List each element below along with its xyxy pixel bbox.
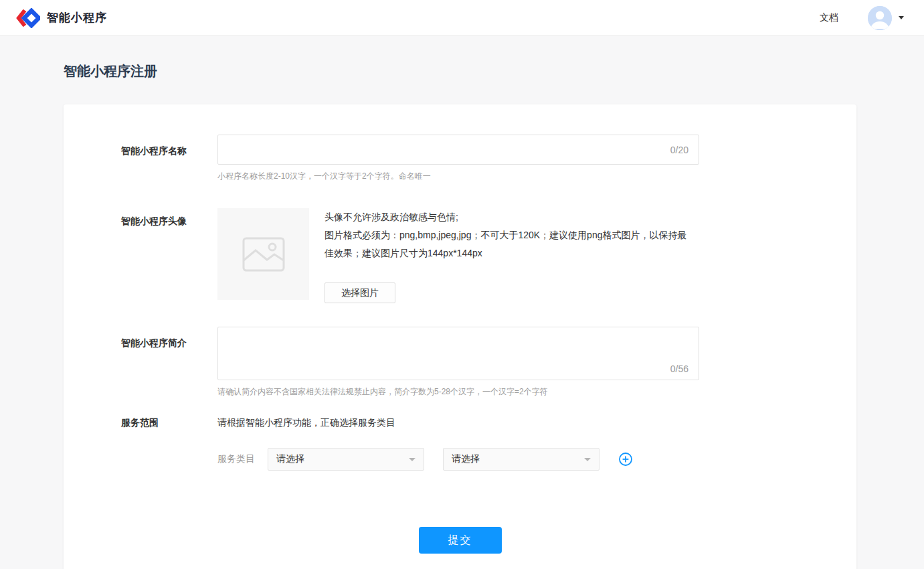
category-select-1-value: 请选择: [276, 453, 304, 465]
main-content: 智能小程序注册 智能小程序名称 0/20 小程序名称长度2-10汉字，一个汉字等…: [64, 36, 856, 569]
caret-down-icon: [584, 458, 591, 461]
name-input-wrap: 0/20: [217, 135, 699, 165]
service-category-label: 服务类目: [217, 453, 255, 465]
header-right: 文档: [820, 6, 904, 30]
avatar-label: 智能小程序头像: [121, 208, 217, 303]
avatar-rule-line-1: 头像不允许涉及政治敏感与色情;: [325, 208, 696, 226]
user-silhouette-icon: [868, 6, 892, 30]
category-select-2-value: 请选择: [452, 453, 480, 465]
name-hint: 小程序名称长度2-10汉字，一个汉字等于2个字符。命名唯一: [217, 171, 699, 181]
avatar-rules-block: 头像不允许涉及政治敏感与色情; 图片格式必须为：png,bmp,jpeg,jpg…: [325, 208, 696, 303]
caret-down-icon: [409, 458, 415, 461]
category-select-2[interactable]: 请选择: [443, 448, 599, 471]
add-category-icon[interactable]: [618, 452, 633, 467]
name-input[interactable]: [217, 135, 699, 165]
form-row-service: 服务范围 请根据智能小程序功能，正确选择服务类目 服务类目 请选择 请选择: [121, 416, 816, 471]
name-label: 智能小程序名称: [121, 135, 217, 181]
intro-char-counter: 0/56: [670, 363, 688, 374]
brand: 智能小程序: [16, 8, 107, 28]
docs-link[interactable]: 文档: [820, 12, 838, 24]
intro-textarea[interactable]: [217, 327, 699, 380]
registration-card: 智能小程序名称 0/20 小程序名称长度2-10汉字，一个汉字等于2个字符。命名…: [64, 104, 856, 569]
service-instruction: 请根据智能小程序功能，正确选择服务类目: [217, 416, 699, 429]
service-category-row: 服务类目 请选择 请选择: [217, 448, 699, 471]
intro-input-wrap: 0/56: [217, 327, 699, 380]
avatar-rule-line-2: 图片格式必须为：png,bmp,jpeg,jpg；不可大于120K；建议使用pn…: [325, 226, 696, 262]
brand-title: 智能小程序: [47, 10, 107, 25]
avatar-upload-placeholder[interactable]: [217, 208, 309, 300]
user-avatar[interactable]: [868, 6, 892, 30]
app-header: 智能小程序 文档: [0, 0, 924, 36]
submit-button[interactable]: 提交: [419, 527, 502, 554]
submit-row: 提交: [64, 527, 856, 554]
form-row-avatar: 智能小程序头像 头像不允许涉及政治敏感与色情; 图片格式必须为：png,bmp,…: [121, 208, 816, 303]
caret-down-icon[interactable]: [899, 16, 904, 19]
form-row-intro: 智能小程序简介 0/56 请确认简介内容不含国家相关法律法规禁止内容，简介字数为…: [121, 327, 816, 397]
smartprogram-logo-icon: [16, 8, 40, 28]
image-placeholder-icon: [242, 237, 285, 272]
service-scope-label: 服务范围: [121, 416, 217, 471]
category-select-1[interactable]: 请选择: [268, 448, 424, 471]
intro-hint: 请确认简介内容不含国家相关法律法规禁止内容，简介字数为5-28个汉字，一个汉字=…: [217, 386, 699, 397]
page-title: 智能小程序注册: [64, 36, 856, 104]
choose-image-button[interactable]: 选择图片: [325, 282, 395, 303]
intro-label: 智能小程序简介: [121, 327, 217, 397]
form-row-name: 智能小程序名称 0/20 小程序名称长度2-10汉字，一个汉字等于2个字符。命名…: [121, 135, 816, 181]
name-char-counter: 0/20: [670, 145, 688, 155]
